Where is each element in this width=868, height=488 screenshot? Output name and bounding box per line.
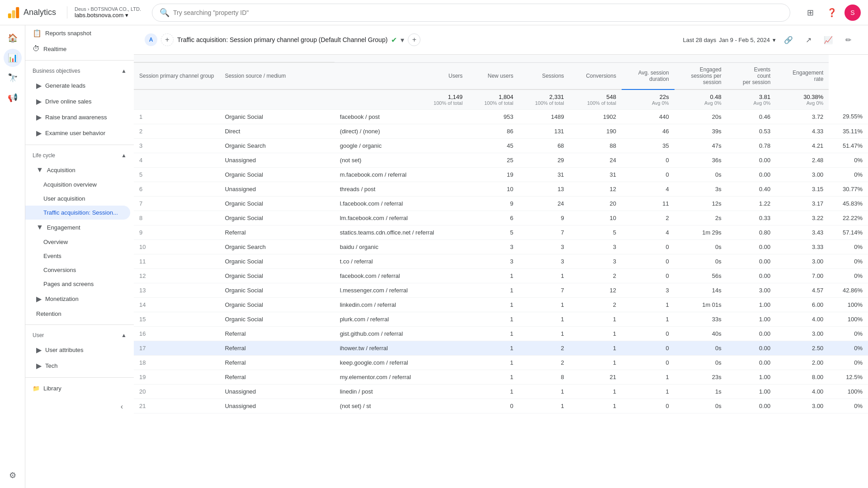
table-row[interactable]: 3 Organic Search google / organic 45 68 … xyxy=(134,138,868,153)
add-comparison-button[interactable]: + xyxy=(161,33,174,46)
cell-events-per-session: 2.00 xyxy=(776,355,829,370)
nav-advertising-icon[interactable]: 📢 xyxy=(4,89,22,107)
table-row[interactable]: 18 Referral keep.google.com / referral 1… xyxy=(134,355,868,370)
property-name[interactable]: labs.botsnova.com ▾ xyxy=(75,12,141,19)
sidebar-item-generate-leads[interactable]: ▶ Generate leads xyxy=(25,78,130,94)
col-header-dimensions xyxy=(134,55,335,62)
nav-reports-icon[interactable]: 📊 xyxy=(4,49,22,67)
cell-new-users: 29 xyxy=(519,153,569,167)
cell-channel: Unassigned xyxy=(219,153,334,167)
col-header-source[interactable]: Session source / medium xyxy=(219,62,334,89)
sidebar-item-reports-snapshot[interactable]: 📋 Reports snapshot xyxy=(25,25,134,41)
table-row[interactable]: 12 Organic Social facebook.com / referra… xyxy=(134,268,868,283)
search-bar[interactable]: 🔍 xyxy=(152,4,790,22)
nav-settings-icon[interactable]: ⚙ xyxy=(4,466,22,484)
table-row[interactable]: 9 Referral statics.teams.cdn.office.net … xyxy=(134,225,868,239)
table-row[interactable]: 21 Unassigned (not set) / st 0 1 1 0 0s … xyxy=(134,399,868,413)
table-row[interactable]: 17 Referral ihower.tw / referral 1 2 1 0… xyxy=(134,341,868,355)
sidebar-item-tech[interactable]: ▶ Tech xyxy=(25,358,130,374)
sidebar-item-pages-screens[interactable]: Pages and screens xyxy=(25,277,130,291)
sidebar-item-monetization[interactable]: ▶ Monetization xyxy=(25,291,130,307)
cell-channel: Direct xyxy=(219,124,334,138)
col-header-engaged-sessions[interactable]: Engagedsessions persession xyxy=(675,62,727,89)
col-header-channel[interactable]: Session primary channel group xyxy=(134,62,219,89)
search-input[interactable] xyxy=(173,9,783,16)
label: Raise brand awareness xyxy=(45,114,107,121)
sidebar-item-traffic-acquisition[interactable]: Traffic acquisition: Session... xyxy=(25,206,130,220)
table-row[interactable]: 20 Unassigned linedin / post 1 1 1 1 1s … xyxy=(134,384,868,399)
col-header-conversions[interactable]: Conversions xyxy=(570,62,622,89)
compare-icon[interactable]: 📈 xyxy=(819,31,837,49)
sidebar-item-acquisition-overview[interactable]: Acquisition overview xyxy=(25,178,130,192)
table-row[interactable]: 6 Unassigned threads / post 10 13 12 4 3… xyxy=(134,182,868,196)
total-engagement-rate: 30.38%Avg 0% xyxy=(776,89,829,110)
sidebar-item-acquisition[interactable]: ▼ Acquisition xyxy=(25,162,130,178)
apps-icon[interactable]: ⊞ xyxy=(801,4,819,22)
cell-engaged-rate: 0.40 xyxy=(727,182,776,196)
cell-new-users: 68 xyxy=(519,138,569,153)
cell-source: linedin / post xyxy=(335,384,468,399)
cell-events-per-session: 3.43 xyxy=(776,225,829,239)
property-selector[interactable]: Deus › BOTSNOVA CO., LTD. labs.botsnova.… xyxy=(67,6,141,19)
cell-users: 9 xyxy=(468,196,519,211)
nav-home-icon[interactable]: 🏠 xyxy=(4,29,22,47)
table-row[interactable]: 15 Organic Social plurk.com / referral 1… xyxy=(134,312,868,326)
sidebar-item-conversions[interactable]: Conversions xyxy=(25,263,130,277)
nav-explore-icon[interactable]: 🔭 xyxy=(4,69,22,87)
add-view-button[interactable]: + xyxy=(408,33,420,46)
collapse-sidebar-button[interactable]: ‹ xyxy=(117,399,127,414)
cell-channel: Organic Social xyxy=(219,297,334,312)
sidebar-item-user-attributes[interactable]: ▶ User attributes xyxy=(25,342,130,358)
section-lifecycle[interactable]: Life cycle ▲ xyxy=(25,149,134,162)
avatar[interactable]: S xyxy=(844,5,861,21)
cell-sessions: 1 xyxy=(570,312,622,326)
date-range-selector[interactable]: Last 28 days Jan 9 - Feb 5, 2024 ▾ xyxy=(683,37,776,43)
sidebar-item-drive-online-sales[interactable]: ▶ Drive online sales xyxy=(25,94,130,109)
row-num: 14 xyxy=(134,297,219,312)
table-row[interactable]: 2 Direct (direct) / (none) 86 131 190 46… xyxy=(134,124,868,138)
edit-icon[interactable]: ✏ xyxy=(839,31,857,49)
table-row[interactable]: 14 Organic Social linkedin.com / referra… xyxy=(134,297,868,312)
col-header-avg-duration[interactable]: Avg. sessionduration xyxy=(622,62,675,89)
table-row[interactable]: 11 Organic Social t.co / referral 3 3 3 … xyxy=(134,254,868,268)
chevron-down-icon: ▾ xyxy=(125,12,128,19)
table-row[interactable]: 1 Organic Social facebook / post 953 148… xyxy=(134,109,868,124)
sidebar-item-retention[interactable]: Retention xyxy=(25,307,130,321)
table-row[interactable]: 5 Organic Social m.facebook.com / referr… xyxy=(134,167,868,182)
sidebar-item-engagement[interactable]: ▼ Engagement xyxy=(25,220,130,235)
col-header-events-per-session[interactable]: Eventscountper session xyxy=(727,62,776,89)
share-link-icon[interactable]: 🔗 xyxy=(779,31,797,49)
col-header-engagement-rate[interactable]: Engagementrate xyxy=(776,62,829,89)
cell-engaged-rate: 1.00 xyxy=(727,312,776,326)
section-business-objectives[interactable]: Business objectives ▲ xyxy=(25,64,134,78)
table-row[interactable]: 7 Organic Social l.facebook.com / referr… xyxy=(134,196,868,211)
cell-avg-duration: 0s xyxy=(675,355,727,370)
table-row[interactable]: 10 Organic Search baidu / organic 3 3 3 … xyxy=(134,239,868,254)
table-row[interactable]: 16 Referral gist.github.com / referral 1… xyxy=(134,326,868,341)
cell-users: 1 xyxy=(468,326,519,341)
cell-source: facebook / post xyxy=(335,109,468,124)
sidebar-item-realtime[interactable]: ⏱ Realtime xyxy=(25,41,134,56)
row-num: 16 xyxy=(134,326,219,341)
share-icon[interactable]: ↗ xyxy=(799,31,817,49)
table-row[interactable]: 19 Referral my.elementor.com / referral … xyxy=(134,370,868,384)
help-icon[interactable]: ❓ xyxy=(823,4,841,22)
table-row[interactable]: 4 Unassigned (not set) 25 29 24 0 36s 0.… xyxy=(134,153,868,167)
cell-source: l.facebook.com / referral xyxy=(335,196,468,211)
row-num: 17 xyxy=(134,341,219,355)
sidebar-item-raise-brand-awareness[interactable]: ▶ Raise brand awareness xyxy=(25,109,130,125)
section-user[interactable]: User ▲ xyxy=(25,328,134,342)
row-num: 9 xyxy=(134,225,219,239)
col-header-sessions[interactable]: Sessions xyxy=(519,62,569,89)
col-header-new-users[interactable]: New users xyxy=(468,62,519,89)
sidebar-item-user-acquisition[interactable]: User acquisition xyxy=(25,192,130,206)
table-row[interactable]: 8 Organic Social lm.facebook.com / refer… xyxy=(134,211,868,225)
sidebar-item-events[interactable]: Events xyxy=(25,249,130,263)
table-row[interactable]: 13 Organic Social l.messenger.com / refe… xyxy=(134,283,868,297)
sidebar-item-engagement-overview[interactable]: Overview xyxy=(25,235,130,249)
col-header-users[interactable]: Users xyxy=(335,62,468,89)
sidebar-item-examine-user-behavior[interactable]: ▶ Examine user behavior xyxy=(25,125,130,141)
sidebar-item-library[interactable]: 📁 Library xyxy=(25,381,134,395)
cell-events-per-session: 6.00 xyxy=(776,297,829,312)
chevron-down-icon[interactable]: ▾ xyxy=(401,36,404,44)
